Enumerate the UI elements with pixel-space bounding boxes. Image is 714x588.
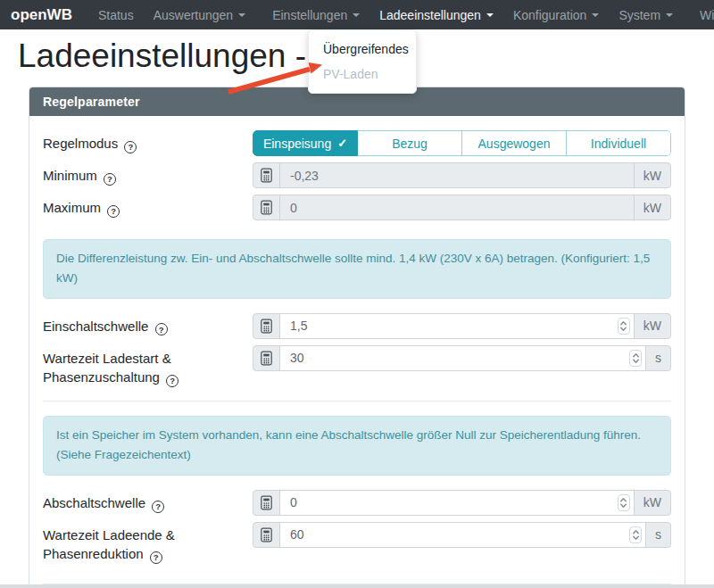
field-label: Wartezeit Ladeende & Phasenreduktion ? <box>43 522 253 565</box>
einschaltschwelle-input[interactable] <box>279 313 635 339</box>
help-icon[interactable]: ? <box>107 205 120 218</box>
nav-item-auswertungen[interactable]: Auswertungen <box>144 0 256 29</box>
chevron-down-icon <box>486 13 494 17</box>
info-alert-differenzleistung: Die Differenzleistung zw. Ein- und Absch… <box>43 239 671 299</box>
next-section-edge <box>0 584 714 588</box>
regelparameter-card: Regelparameter Regelmodus ? Einspeisung … <box>29 87 685 588</box>
unit-suffix: kW <box>634 195 671 220</box>
calculator-icon <box>253 522 280 548</box>
button-label: Bezug <box>392 137 428 151</box>
check-icon: ✓ <box>337 137 347 150</box>
nav-item-label: Ladeeinstellungen <box>379 8 481 22</box>
row-abschaltschwelle: Abschaltschwelle ? kW <box>43 490 671 516</box>
nav-item-einstellungen[interactable]: Einstellungen <box>262 0 369 29</box>
nav-item-label: Auswertungen <box>154 8 234 22</box>
calculator-icon <box>253 313 280 339</box>
number-stepper[interactable] <box>618 318 630 335</box>
button-label: Einspeisung <box>263 137 331 151</box>
help-icon[interactable]: ? <box>104 173 116 186</box>
row-maximum: Maximum ? kW <box>43 195 671 220</box>
nav-item-label: Status <box>98 8 134 22</box>
wartezeit-ladeende-input[interactable] <box>279 522 646 548</box>
minimum-input <box>279 162 635 188</box>
info-alert-speicher: Ist ein Speicher im System vorhanden, ka… <box>43 416 671 476</box>
nav-item-konfiguration[interactable]: Konfiguration <box>503 0 610 29</box>
row-einschaltschwelle: Einschaltschwelle ? kW <box>43 313 671 339</box>
unit-suffix: s <box>645 345 671 371</box>
maximum-input <box>279 195 635 220</box>
help-icon[interactable]: ? <box>166 375 178 387</box>
calculator-icon <box>253 345 280 371</box>
nav-item-ladeeinstellungen[interactable]: Ladeeinstellungen <box>369 0 503 29</box>
field-label: Abschaltschwelle ? <box>43 490 253 513</box>
unit-suffix: s <box>645 522 671 548</box>
regelmodus-option-individuell[interactable]: Individuell <box>567 130 671 156</box>
row-regelmodus: Regelmodus ? Einspeisung ✓ Bezug Ausgewo… <box>43 130 671 156</box>
row-wartezeit-ladeende: Wartezeit Ladeende & Phasenreduktion ? s <box>43 522 671 565</box>
help-icon[interactable]: ? <box>155 323 168 335</box>
calculator-icon <box>253 195 280 220</box>
dropdown-item-pv-laden[interactable]: PV-Laden <box>309 62 416 87</box>
help-icon[interactable]: ? <box>150 551 162 564</box>
nav-item-label: System <box>619 8 660 22</box>
chevron-down-icon <box>666 13 673 17</box>
row-minimum: Minimum ? kW <box>43 162 671 188</box>
nav-item-system[interactable]: System <box>609 0 683 29</box>
label-text: Minimum <box>43 168 97 183</box>
calculator-icon <box>253 490 280 516</box>
nav-item-wiki[interactable]: Wiki <box>690 0 714 29</box>
regelmodus-option-ausgewogen[interactable]: Ausgewogen <box>462 130 567 156</box>
button-label: Ausgewogen <box>478 137 551 151</box>
chevron-down-icon <box>592 13 599 17</box>
chevron-down-icon <box>238 13 245 17</box>
chevron-down-icon <box>353 13 360 17</box>
nav-item-label: Wiki <box>700 8 714 22</box>
field-label: Wartezeit Ladestart & Phasenzuschaltung … <box>43 345 253 388</box>
help-icon[interactable]: ? <box>124 141 137 153</box>
wartezeit-ladestart-input[interactable] <box>279 345 646 371</box>
label-text: Einschaltschwelle <box>43 319 148 334</box>
label-text: Maximum <box>43 200 101 215</box>
field-label: Maximum ? <box>43 195 253 218</box>
row-wartezeit-ladestart: Wartezeit Ladestart & Phasenzuschaltung … <box>43 345 671 388</box>
regelmodus-button-group: Einspeisung ✓ Bezug Ausgewogen Individue… <box>253 130 671 156</box>
field-label: Regelmodus ? <box>43 130 253 153</box>
dropdown-item-uebergreifendes[interactable]: Übergreifendes <box>309 37 416 62</box>
unit-suffix: kW <box>634 490 671 516</box>
button-label: Individuell <box>591 137 646 151</box>
top-navbar: openWB Status Auswertungen Einstellungen… <box>0 0 714 29</box>
unit-suffix: kW <box>634 313 671 339</box>
label-text: Abschaltschwelle <box>43 495 145 510</box>
section-divider <box>43 401 671 402</box>
abschaltschwelle-input[interactable] <box>279 490 635 516</box>
nav-item-status[interactable]: Status <box>88 0 144 29</box>
number-stepper[interactable] <box>629 350 642 367</box>
regelmodus-option-einspeisung[interactable]: Einspeisung ✓ <box>253 130 358 156</box>
unit-suffix: kW <box>634 162 671 188</box>
calculator-icon <box>253 162 280 188</box>
nav-item-label: Konfiguration <box>513 8 587 22</box>
field-label: Minimum ? <box>43 162 253 186</box>
help-icon[interactable]: ? <box>152 501 164 513</box>
number-stepper[interactable] <box>618 494 630 511</box>
number-stepper[interactable] <box>629 526 642 543</box>
regelmodus-option-bezug[interactable]: Bezug <box>358 130 462 156</box>
ladeeinstellungen-dropdown: Übergreifendes PV-Laden <box>308 29 417 94</box>
field-label: Einschaltschwelle ? <box>43 313 253 336</box>
brand-logo[interactable]: openWB <box>11 6 72 24</box>
label-text: Regelmodus <box>43 136 118 151</box>
nav-item-label: Einstellungen <box>272 8 347 22</box>
label-text: Wartezeit Ladestart & Phasenzuschaltung <box>43 351 171 385</box>
